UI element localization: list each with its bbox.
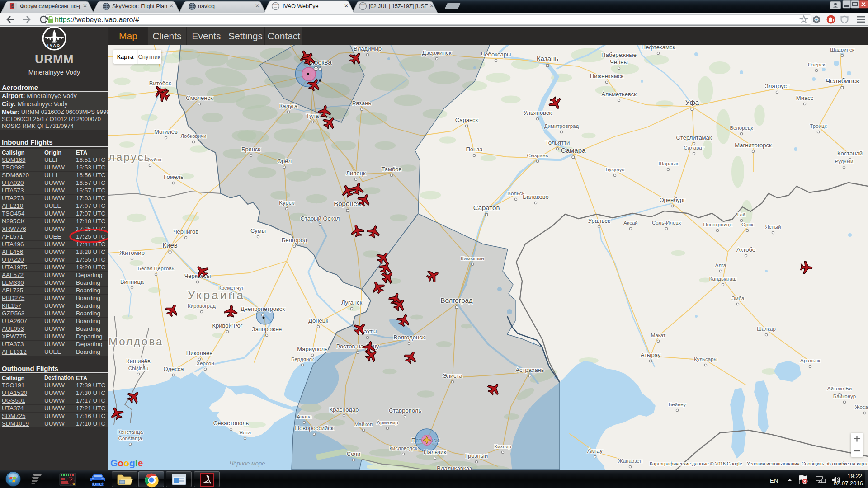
svg-text:Бердянск: Бердянск <box>291 357 314 362</box>
svg-text:Орск: Орск <box>741 222 754 227</box>
svg-text:Стерлитамак: Стерлитамак <box>676 134 712 141</box>
svg-text:Гомель: Гомель <box>164 174 184 180</box>
svg-text:Озёрск: Озёрск <box>808 62 826 67</box>
svg-text:Смоленск: Смоленск <box>186 94 213 101</box>
svg-text:Молдова: Молдова <box>108 335 163 347</box>
svg-text:Шадринск: Шадринск <box>830 47 855 52</box>
svg-text:Владикавказ: Владикавказ <box>437 465 472 470</box>
svg-text:Грозный: Грозный <box>465 452 488 459</box>
svg-text:Могилёв: Могилёв <box>154 128 178 135</box>
svg-text:Николаев: Николаев <box>186 350 212 357</box>
svg-text:Чебоксары: Чебоксары <box>481 51 511 58</box>
svg-text:Липецк: Липецк <box>346 170 366 177</box>
svg-text:Аральск: Аральск <box>800 358 821 363</box>
svg-text:Бейнеу: Бейнеу <box>669 402 686 407</box>
svg-text:Элиста: Элиста <box>443 372 462 379</box>
svg-text:Кандыагаш: Кандыагаш <box>709 276 736 282</box>
svg-text:Донецк: Донецк <box>308 317 328 324</box>
svg-text:Кировоград: Кировоград <box>188 303 216 309</box>
svg-text:Лобковичи: Лобковичи <box>180 133 206 139</box>
svg-text:IVAO: IVAO <box>47 43 61 47</box>
svg-text:Майкоп: Майкоп <box>354 422 373 427</box>
svg-text:Карта: Карта <box>117 53 134 60</box>
svg-text:Мариуполь: Мариуполь <box>297 346 328 352</box>
svg-text:Армавир: Армавир <box>377 420 398 425</box>
svg-text:Атырау: Атырау <box>641 352 661 358</box>
svg-text:Златоуст: Златоуст <box>765 83 789 89</box>
svg-text:Запорожье: Запорожье <box>252 326 282 333</box>
svg-text:Миасс: Миасс <box>796 94 814 101</box>
svg-text:Салават: Салават <box>684 145 704 150</box>
svg-text:Айтеке Би: Айтеке Би <box>827 386 852 391</box>
svg-text:Чернигов: Чернигов <box>173 228 198 235</box>
svg-text:Шарлык: Шарлык <box>659 161 679 166</box>
svg-text:Казань: Казань <box>537 55 558 62</box>
svg-text:Украина: Украина <box>188 288 245 302</box>
svg-text:Астрахань: Астрахань <box>515 366 544 373</box>
svg-text:Брянск: Брянск <box>241 146 260 153</box>
svg-text:Дзержинск: Дзержинск <box>422 49 452 56</box>
svg-text:Волгоград: Волгоград <box>440 296 472 304</box>
svg-text:Соль-Илецк: Соль-Илецк <box>652 220 681 225</box>
svg-text:Днепропетровск: Днепропетровск <box>241 305 285 312</box>
svg-text:Ясный: Ясный <box>765 224 781 230</box>
svg-text:Орёл: Орёл <box>277 158 292 164</box>
svg-text:Пенза: Пенза <box>466 146 483 153</box>
svg-text:Витебск: Витебск <box>149 80 171 87</box>
svg-text:Новороссийск: Новороссийск <box>295 425 334 432</box>
svg-text:Житомир: Житомир <box>119 249 145 256</box>
svg-text:Алга: Алга <box>715 263 726 268</box>
svg-text:Байконур: Байконур <box>833 394 856 399</box>
svg-text:Камышин: Камышин <box>461 256 484 261</box>
svg-text:Chișinău: Chișinău <box>128 366 149 371</box>
svg-text:Жосалы: Жосалы <box>855 404 868 410</box>
svg-text:Сообщить об ошибке на карте: Сообщить об ошибке на карте <box>802 461 868 466</box>
svg-text:Рудный: Рудный <box>835 159 854 164</box>
svg-text:Мақат: Мақат <box>651 333 666 338</box>
svg-text:Магнитогорск: Магнитогорск <box>735 142 772 149</box>
svg-text:Сызрань: Сызрань <box>527 153 548 158</box>
svg-text:Нижнекамск: Нижнекамск <box>590 73 623 80</box>
svg-text:Белгород: Белгород <box>282 237 307 244</box>
svg-text:Тамбов: Тамбов <box>382 166 402 173</box>
svg-text:Условия использования: Условия использования <box>747 461 800 466</box>
svg-text:Самара: Самара <box>561 146 586 154</box>
svg-text:Constanța: Constanța <box>118 436 142 441</box>
svg-text:Димитровград: Димитровград <box>544 123 579 129</box>
svg-text:Балаково: Балаково <box>523 193 549 200</box>
svg-text:ларусь: ларусь <box>108 151 151 163</box>
svg-text:Калуга: Калуга <box>279 103 298 109</box>
svg-text:Костанай: Костанай <box>837 150 863 157</box>
svg-text:Киев: Киев <box>162 241 177 249</box>
svg-text:Жанаозен: Жанаозен <box>618 458 642 464</box>
svg-text:Белая Церковь: Белая Церковь <box>137 266 174 271</box>
svg-text:Аксай: Аксай <box>623 220 637 225</box>
svg-text:Кривой Рог: Кривой Рог <box>212 322 243 329</box>
svg-text:IVAO: IVAO <box>360 4 365 6</box>
svg-text:Херсон: Херсон <box>196 361 214 366</box>
svg-text:Волгодонск: Волгодонск <box>394 334 425 341</box>
svg-text:Воронеж: Воронеж <box>334 200 362 207</box>
svg-text:Новотроицк: Новотроицк <box>703 222 732 227</box>
svg-text:Актобе: Актобе <box>736 246 755 253</box>
svg-text:Ульяновск: Ульяновск <box>524 109 552 116</box>
svg-text:Бузулук: Бузулук <box>605 167 624 172</box>
svg-text:Оренбург: Оренбург <box>659 197 685 203</box>
svg-text:Тула: Тула <box>306 113 319 119</box>
svg-text:Рязань: Рязань <box>352 100 372 107</box>
svg-text:Сочи: Сочи <box>347 450 360 457</box>
svg-text:Ставрополь: Ставрополь <box>389 407 421 414</box>
svg-text:Челны: Челны <box>610 59 628 66</box>
svg-text:Анапа: Анапа <box>297 414 312 419</box>
svg-text:Сумы: Сумы <box>250 227 266 234</box>
svg-text:Тольятти: Тольятти <box>545 139 570 146</box>
svg-text:Констанца: Констанца <box>118 429 143 435</box>
svg-text:Ялта: Ялта <box>239 430 251 435</box>
svg-text:Челябинск: Челябинск <box>826 77 859 84</box>
svg-text:Белорецк: Белорецк <box>730 125 753 131</box>
svg-text:Старый Оскол: Старый Оскол <box>301 215 340 222</box>
svg-text:Альметьевск: Альметьевск <box>601 91 637 98</box>
svg-text:Кизляр: Кизляр <box>494 444 511 449</box>
svg-text:Троицк: Троицк <box>810 123 827 129</box>
svg-text:Эмба: Эмба <box>731 296 745 301</box>
